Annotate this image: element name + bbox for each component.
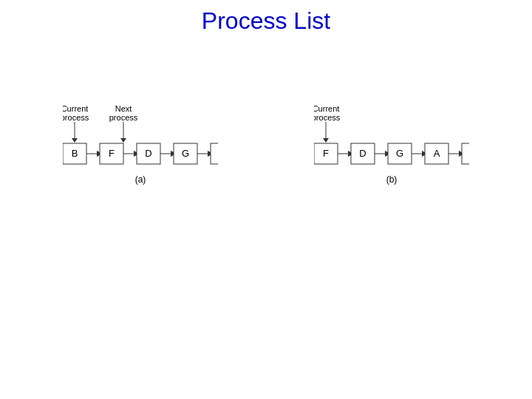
diagram-b-label: (b) (386, 174, 398, 185)
label-B-a: B (72, 148, 78, 159)
label-F-a: F (109, 148, 115, 159)
box-B-b (462, 143, 469, 164)
current-process-label-a2: process (63, 113, 89, 122)
diagram-b: Current process F D G A (314, 101, 469, 190)
diagrams-container: Current process Next process B F (0, 42, 532, 190)
label-D-b: D (359, 148, 366, 159)
current-arrowhead-a (72, 138, 78, 143)
current-process-label-a: Current (63, 104, 88, 113)
current-process-label-b: Current (314, 104, 339, 113)
page-title: Process List (0, 0, 532, 42)
next-arrowhead-a (120, 138, 126, 143)
label-D-a: D (145, 148, 151, 159)
diagram-b-svg: Current process F D G A (314, 101, 469, 190)
diagram-a: Current process Next process B F (63, 101, 218, 190)
label-G-a: G (182, 148, 189, 159)
current-process-label-b2: process (314, 113, 341, 122)
next-process-label-a2: process (109, 113, 138, 122)
label-F-b: F (323, 148, 329, 159)
box-A-a (211, 143, 218, 164)
diagram-a-svg: Current process Next process B F (63, 101, 218, 190)
next-process-label-a: Next (115, 104, 132, 113)
label-G-b: G (396, 148, 403, 159)
current-arrowhead-b (323, 138, 329, 143)
diagram-a-label: (a) (135, 174, 146, 185)
label-A-b: A (434, 148, 440, 159)
